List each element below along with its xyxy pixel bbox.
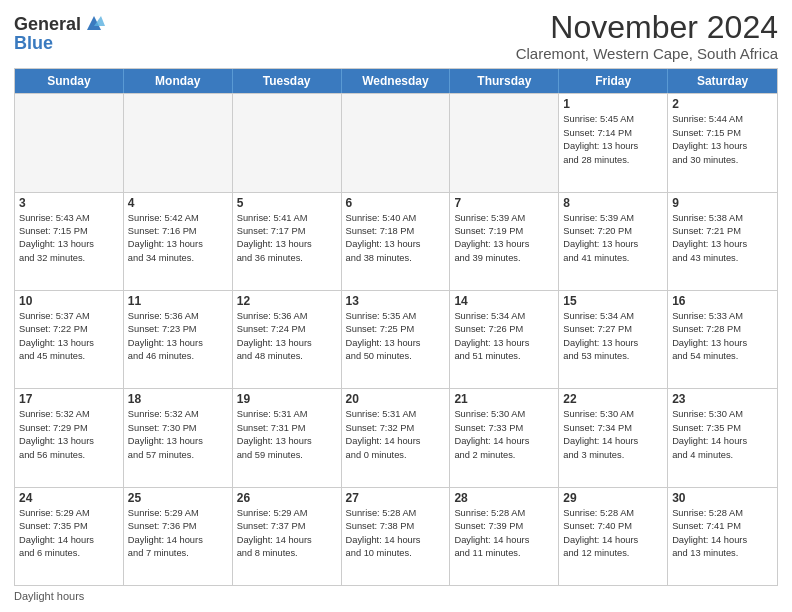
cal-week: 10Sunrise: 5:37 AM Sunset: 7:22 PM Dayli…: [15, 290, 777, 388]
day-number: 13: [346, 294, 446, 308]
day-number: 20: [346, 392, 446, 406]
logo-blue: Blue: [14, 33, 53, 53]
cell-info: Sunrise: 5:28 AM Sunset: 7:40 PM Dayligh…: [563, 507, 663, 561]
cal-cell: 27Sunrise: 5:28 AM Sunset: 7:38 PM Dayli…: [342, 488, 451, 585]
day-number: 6: [346, 196, 446, 210]
cal-cell: 20Sunrise: 5:31 AM Sunset: 7:32 PM Dayli…: [342, 389, 451, 486]
day-number: 22: [563, 392, 663, 406]
cal-cell: 29Sunrise: 5:28 AM Sunset: 7:40 PM Dayli…: [559, 488, 668, 585]
cal-header-day: Sunday: [15, 69, 124, 93]
cal-cell: 13Sunrise: 5:35 AM Sunset: 7:25 PM Dayli…: [342, 291, 451, 388]
cal-week: 3Sunrise: 5:43 AM Sunset: 7:15 PM Daylig…: [15, 192, 777, 290]
cal-cell: 18Sunrise: 5:32 AM Sunset: 7:30 PM Dayli…: [124, 389, 233, 486]
cell-info: Sunrise: 5:34 AM Sunset: 7:27 PM Dayligh…: [563, 310, 663, 364]
cal-cell: 9Sunrise: 5:38 AM Sunset: 7:21 PM Daylig…: [668, 193, 777, 290]
day-number: 9: [672, 196, 773, 210]
day-number: 10: [19, 294, 119, 308]
cell-info: Sunrise: 5:44 AM Sunset: 7:15 PM Dayligh…: [672, 113, 773, 167]
cell-info: Sunrise: 5:37 AM Sunset: 7:22 PM Dayligh…: [19, 310, 119, 364]
subtitle: Claremont, Western Cape, South Africa: [516, 45, 778, 62]
cal-week: 24Sunrise: 5:29 AM Sunset: 7:35 PM Dayli…: [15, 487, 777, 585]
cell-info: Sunrise: 5:39 AM Sunset: 7:20 PM Dayligh…: [563, 212, 663, 266]
cell-info: Sunrise: 5:30 AM Sunset: 7:33 PM Dayligh…: [454, 408, 554, 462]
cal-cell: 7Sunrise: 5:39 AM Sunset: 7:19 PM Daylig…: [450, 193, 559, 290]
day-number: 29: [563, 491, 663, 505]
day-number: 1: [563, 97, 663, 111]
logo-icon: [83, 12, 105, 34]
day-number: 27: [346, 491, 446, 505]
cal-cell: 11Sunrise: 5:36 AM Sunset: 7:23 PM Dayli…: [124, 291, 233, 388]
cal-week: 17Sunrise: 5:32 AM Sunset: 7:29 PM Dayli…: [15, 388, 777, 486]
day-number: 15: [563, 294, 663, 308]
cal-cell: 4Sunrise: 5:42 AM Sunset: 7:16 PM Daylig…: [124, 193, 233, 290]
cal-cell: 16Sunrise: 5:33 AM Sunset: 7:28 PM Dayli…: [668, 291, 777, 388]
cal-cell: 17Sunrise: 5:32 AM Sunset: 7:29 PM Dayli…: [15, 389, 124, 486]
cal-cell: 19Sunrise: 5:31 AM Sunset: 7:31 PM Dayli…: [233, 389, 342, 486]
cal-cell: 23Sunrise: 5:30 AM Sunset: 7:35 PM Dayli…: [668, 389, 777, 486]
cell-info: Sunrise: 5:28 AM Sunset: 7:38 PM Dayligh…: [346, 507, 446, 561]
calendar-body: 1Sunrise: 5:45 AM Sunset: 7:14 PM Daylig…: [15, 93, 777, 585]
cell-info: Sunrise: 5:35 AM Sunset: 7:25 PM Dayligh…: [346, 310, 446, 364]
day-number: 23: [672, 392, 773, 406]
cal-cell: 26Sunrise: 5:29 AM Sunset: 7:37 PM Dayli…: [233, 488, 342, 585]
cal-cell: 14Sunrise: 5:34 AM Sunset: 7:26 PM Dayli…: [450, 291, 559, 388]
day-number: 7: [454, 196, 554, 210]
cell-info: Sunrise: 5:31 AM Sunset: 7:32 PM Dayligh…: [346, 408, 446, 462]
cal-header-day: Thursday: [450, 69, 559, 93]
cell-info: Sunrise: 5:38 AM Sunset: 7:21 PM Dayligh…: [672, 212, 773, 266]
cell-info: Sunrise: 5:30 AM Sunset: 7:35 PM Dayligh…: [672, 408, 773, 462]
cell-info: Sunrise: 5:45 AM Sunset: 7:14 PM Dayligh…: [563, 113, 663, 167]
day-number: 17: [19, 392, 119, 406]
cell-info: Sunrise: 5:32 AM Sunset: 7:29 PM Dayligh…: [19, 408, 119, 462]
cell-info: Sunrise: 5:30 AM Sunset: 7:34 PM Dayligh…: [563, 408, 663, 462]
title-block: November 2024 Claremont, Western Cape, S…: [516, 10, 778, 62]
day-number: 11: [128, 294, 228, 308]
cell-info: Sunrise: 5:36 AM Sunset: 7:24 PM Dayligh…: [237, 310, 337, 364]
page: General Blue November 2024 Claremont, We…: [0, 0, 792, 612]
cal-header-day: Tuesday: [233, 69, 342, 93]
day-number: 14: [454, 294, 554, 308]
main-title: November 2024: [516, 10, 778, 45]
footer-note: Daylight hours: [14, 590, 778, 602]
cal-cell: 3Sunrise: 5:43 AM Sunset: 7:15 PM Daylig…: [15, 193, 124, 290]
cal-cell: 28Sunrise: 5:28 AM Sunset: 7:39 PM Dayli…: [450, 488, 559, 585]
cal-cell: 1Sunrise: 5:45 AM Sunset: 7:14 PM Daylig…: [559, 94, 668, 191]
cal-cell: 15Sunrise: 5:34 AM Sunset: 7:27 PM Dayli…: [559, 291, 668, 388]
cal-cell: 24Sunrise: 5:29 AM Sunset: 7:35 PM Dayli…: [15, 488, 124, 585]
header: General Blue November 2024 Claremont, We…: [14, 10, 778, 62]
cal-cell: 21Sunrise: 5:30 AM Sunset: 7:33 PM Dayli…: [450, 389, 559, 486]
cal-header-day: Friday: [559, 69, 668, 93]
cal-cell: [342, 94, 451, 191]
day-number: 26: [237, 491, 337, 505]
day-number: 25: [128, 491, 228, 505]
cell-info: Sunrise: 5:29 AM Sunset: 7:35 PM Dayligh…: [19, 507, 119, 561]
cal-cell: [233, 94, 342, 191]
cal-cell: 30Sunrise: 5:28 AM Sunset: 7:41 PM Dayli…: [668, 488, 777, 585]
calendar-header: SundayMondayTuesdayWednesdayThursdayFrid…: [15, 69, 777, 93]
day-number: 5: [237, 196, 337, 210]
cell-info: Sunrise: 5:41 AM Sunset: 7:17 PM Dayligh…: [237, 212, 337, 266]
cell-info: Sunrise: 5:43 AM Sunset: 7:15 PM Dayligh…: [19, 212, 119, 266]
logo-general: General: [14, 15, 81, 33]
cell-info: Sunrise: 5:42 AM Sunset: 7:16 PM Dayligh…: [128, 212, 228, 266]
cal-cell: 8Sunrise: 5:39 AM Sunset: 7:20 PM Daylig…: [559, 193, 668, 290]
cal-cell: 5Sunrise: 5:41 AM Sunset: 7:17 PM Daylig…: [233, 193, 342, 290]
cal-cell: 10Sunrise: 5:37 AM Sunset: 7:22 PM Dayli…: [15, 291, 124, 388]
cell-info: Sunrise: 5:29 AM Sunset: 7:37 PM Dayligh…: [237, 507, 337, 561]
cell-info: Sunrise: 5:40 AM Sunset: 7:18 PM Dayligh…: [346, 212, 446, 266]
cal-week: 1Sunrise: 5:45 AM Sunset: 7:14 PM Daylig…: [15, 93, 777, 191]
cal-cell: 6Sunrise: 5:40 AM Sunset: 7:18 PM Daylig…: [342, 193, 451, 290]
cell-info: Sunrise: 5:33 AM Sunset: 7:28 PM Dayligh…: [672, 310, 773, 364]
day-number: 18: [128, 392, 228, 406]
day-number: 30: [672, 491, 773, 505]
cal-cell: 22Sunrise: 5:30 AM Sunset: 7:34 PM Dayli…: [559, 389, 668, 486]
day-number: 3: [19, 196, 119, 210]
cell-info: Sunrise: 5:39 AM Sunset: 7:19 PM Dayligh…: [454, 212, 554, 266]
day-number: 19: [237, 392, 337, 406]
cell-info: Sunrise: 5:31 AM Sunset: 7:31 PM Dayligh…: [237, 408, 337, 462]
logo: General Blue: [14, 14, 105, 53]
cal-header-day: Wednesday: [342, 69, 451, 93]
cell-info: Sunrise: 5:36 AM Sunset: 7:23 PM Dayligh…: [128, 310, 228, 364]
calendar: SundayMondayTuesdayWednesdayThursdayFrid…: [14, 68, 778, 586]
cal-cell: 25Sunrise: 5:29 AM Sunset: 7:36 PM Dayli…: [124, 488, 233, 585]
